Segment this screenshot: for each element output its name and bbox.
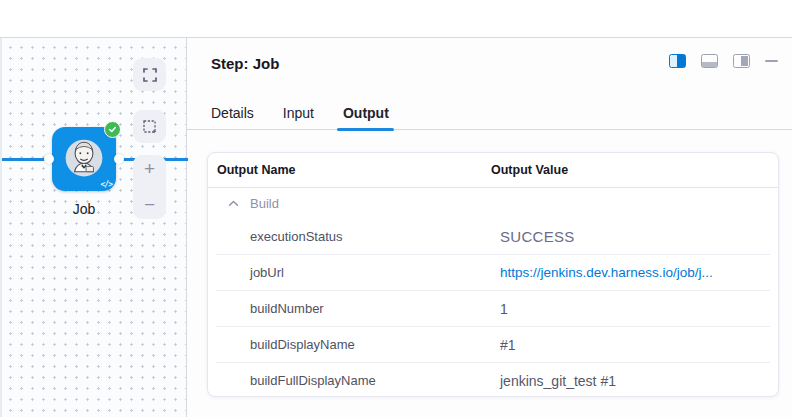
table-row: executionStatus SUCCESS xyxy=(216,218,770,254)
node-output-port[interactable] xyxy=(114,154,124,164)
table-row: buildFullDisplayName jenkins_git_test #1 xyxy=(216,362,770,397)
group-label: Build xyxy=(250,196,279,211)
output-name: buildNumber xyxy=(216,301,500,316)
output-value-link[interactable]: https://jenkins.dev.harness.io/job/j... xyxy=(500,265,713,280)
output-value: #1 xyxy=(500,337,516,353)
output-table-card: Output Name Output Value Build execution… xyxy=(207,152,779,397)
marquee-select-icon xyxy=(142,119,158,135)
tab-bar: Details Input Output xyxy=(187,96,792,130)
column-header-output-name: Output Name xyxy=(208,163,491,177)
node-label: Job xyxy=(52,201,116,217)
canvas-select-button[interactable] xyxy=(133,110,166,143)
tab-details[interactable]: Details xyxy=(211,96,254,130)
minimize-panel-icon[interactable] xyxy=(765,60,778,63)
jenkins-mascot-icon xyxy=(63,137,105,179)
pipeline-step-view: </> Job + − Step: Job xyxy=(0,0,792,417)
fullscreen-icon xyxy=(142,67,158,83)
tab-output[interactable]: Output xyxy=(343,96,389,130)
layout-split-horizontal-icon[interactable] xyxy=(701,54,718,68)
tab-input[interactable]: Input xyxy=(283,96,314,130)
step-detail-panel: Step: Job Details Input Output Output Na… xyxy=(186,38,792,417)
output-name: buildDisplayName xyxy=(216,337,500,352)
output-name: jobUrl xyxy=(216,265,500,280)
table-row: jobUrl https://jenkins.dev.harness.io/jo… xyxy=(216,254,770,290)
table-row: buildNumber 1 xyxy=(216,290,770,326)
layout-split-vertical-icon[interactable] xyxy=(669,54,686,68)
chevron-up-icon xyxy=(228,200,239,207)
page-title: Step: Job xyxy=(211,55,279,72)
top-header-bar xyxy=(0,0,792,38)
panel-actions xyxy=(669,54,778,68)
node-input-port[interactable] xyxy=(44,154,54,164)
zoom-out-button[interactable]: − xyxy=(144,197,155,213)
canvas-zoom-controls: + − xyxy=(133,155,166,219)
output-value: jenkins_git_test #1 xyxy=(500,373,616,389)
group-row-build[interactable]: Build xyxy=(208,188,778,218)
code-icon: </> xyxy=(101,180,112,189)
layout-split-right-icon[interactable] xyxy=(733,54,750,68)
output-value: SUCCESS xyxy=(500,228,575,245)
pipeline-canvas[interactable]: </> Job + − xyxy=(0,38,188,417)
zoom-in-button[interactable]: + xyxy=(144,161,155,177)
column-header-output-value: Output Value xyxy=(491,163,568,177)
table-row: buildDisplayName #1 xyxy=(216,326,770,362)
output-name: executionStatus xyxy=(216,229,500,244)
success-status-icon xyxy=(104,121,121,138)
pipeline-node-job[interactable]: </> xyxy=(52,127,116,191)
canvas-fullscreen-button[interactable] xyxy=(133,58,166,91)
table-header-row: Output Name Output Value xyxy=(208,153,778,188)
output-name: buildFullDisplayName xyxy=(216,373,500,388)
output-value: 1 xyxy=(500,301,508,317)
